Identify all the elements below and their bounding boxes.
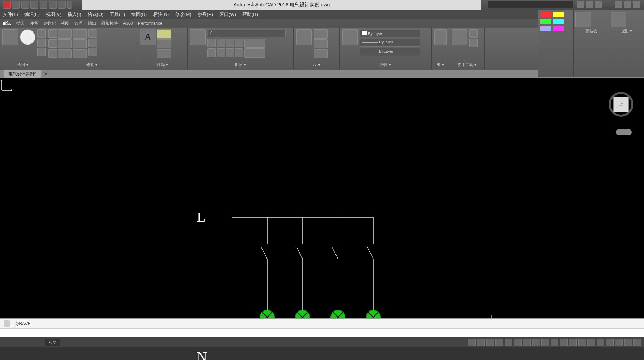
tab-a360[interactable]: A360 [123,21,133,26]
layer-b4-icon[interactable] [235,48,243,57]
close-icon[interactable] [633,1,640,8]
tab-view[interactable]: 视图 [61,21,69,27]
menu-param[interactable]: 参数(P) [198,11,213,18]
cycling-icon[interactable] [541,339,549,346]
layer-b2-icon[interactable] [217,48,225,57]
cmd-toggle-icon[interactable] [4,320,10,327]
color-magenta[interactable] [553,26,564,31]
menu-edit[interactable]: 编辑(E) [24,11,40,18]
save-icon[interactable] [30,1,38,9]
color-yellow[interactable] [553,12,564,17]
panel-modify-title[interactable]: 修改 ▾ [48,62,136,68]
line-icon[interactable] [2,29,18,45]
panel-layer-title[interactable]: 图层 ▾ [190,62,291,68]
fillet-icon[interactable] [73,39,87,48]
minimize-icon[interactable] [615,1,622,8]
base-view-icon[interactable] [611,12,626,27]
anno-icon[interactable] [551,339,558,346]
explode-icon[interactable] [88,39,97,47]
tab-default[interactable]: 默认 [3,21,11,27]
layerfrz-icon[interactable] [226,39,234,47]
snap-icon[interactable] [477,339,485,346]
mirror-icon[interactable] [58,39,72,48]
otrack-icon[interactable] [514,339,522,346]
quickprops-icon[interactable] [587,339,595,346]
qat-dropdown-icon[interactable] [67,1,72,9]
lwt-icon[interactable] [523,339,531,346]
rotate-icon[interactable] [58,29,72,39]
panel-prop-title[interactable]: 特性 ▾ [342,62,429,68]
arc-icon[interactable] [37,29,46,38]
rect-icon[interactable] [37,39,46,47]
tab-output[interactable]: 输出 [88,21,96,27]
offset-icon[interactable] [88,48,97,56]
tab-insert[interactable]: 插入 [16,21,25,27]
layermatch-icon[interactable] [244,39,265,48]
menu-modify[interactable]: 修改(M) [175,11,191,18]
stretch-icon[interactable] [48,49,57,58]
ortho-icon[interactable] [486,339,494,346]
help-icon[interactable] [595,1,602,8]
exchange-icon[interactable] [586,1,593,8]
undo-icon[interactable] [40,1,47,9]
panel-group-title[interactable]: 组 ▾ [434,62,447,68]
circle-icon[interactable] [20,29,35,45]
viewcube[interactable]: 上 [609,92,633,117]
panel-util-title[interactable]: 实用工具 ▾ [452,62,482,68]
app-menu-icon[interactable] [3,1,11,9]
print-icon[interactable] [58,1,66,9]
workspace-icon[interactable] [560,339,568,346]
isolate-icon[interactable] [606,339,614,346]
viewcube-face[interactable]: 上 [613,97,629,112]
tab-perf[interactable]: Performance [138,21,162,26]
table-icon[interactable] [157,49,171,58]
cleanscreen-icon[interactable] [624,339,632,346]
layeroff-icon[interactable] [217,39,225,47]
customize-icon[interactable] [633,339,641,346]
layer-dropdown[interactable]: 0 [208,30,286,37]
color-green[interactable] [540,19,551,24]
color-dropdown[interactable]: ByLayer [360,30,420,37]
hatch-icon[interactable] [37,48,46,56]
menu-view[interactable]: 视图(V) [46,11,61,18]
navbar-icon[interactable] [616,129,632,135]
signin-icon[interactable] [577,1,584,8]
color-blue[interactable] [540,26,551,31]
menu-format[interactable]: 格式(O) [88,11,104,18]
layeriso-icon[interactable] [207,39,216,47]
tab-annot[interactable]: 注释 [30,21,38,27]
paste-icon[interactable] [575,12,591,27]
text-icon[interactable]: A [140,29,156,45]
insert-block-icon[interactable] [296,29,312,45]
lineweight-dropdown[interactable]: ———— ByLayer [360,39,420,47]
osnap-icon[interactable] [505,339,512,346]
model-tab[interactable]: 模型 [45,339,60,346]
menu-window[interactable]: 窗口(W) [219,11,236,18]
menu-file[interactable]: 文件(F) [3,11,18,18]
create-block-icon[interactable] [314,29,328,39]
matchprop-icon[interactable] [342,29,358,45]
layerprops-icon[interactable] [190,29,206,45]
annomon-icon[interactable] [569,339,577,346]
open-icon[interactable] [21,1,29,9]
tab-param[interactable]: 参数化 [43,21,56,27]
dim-icon[interactable] [157,29,171,39]
move-icon[interactable] [48,29,57,38]
color-red[interactable] [540,12,551,17]
lockui-icon[interactable] [597,339,604,346]
hw-icon[interactable] [615,339,623,346]
tab-manage[interactable]: 管理 [74,21,83,27]
erase-icon[interactable] [88,29,97,38]
menu-insert[interactable]: 插入(I) [68,11,81,18]
util1-icon[interactable] [469,29,478,38]
edit-block-icon[interactable] [314,39,328,48]
panel-draw-title[interactable]: 绘图 ▾ [2,62,44,68]
menu-help[interactable]: 帮助(H) [242,11,258,18]
edit-attr-icon[interactable] [314,49,328,58]
polar-icon[interactable] [495,339,503,346]
layerstate-icon[interactable] [244,48,265,58]
linetype-dropdown[interactable]: ———— ByLayer [360,48,420,56]
grid-icon[interactable] [468,339,476,346]
transparency-icon[interactable] [532,339,540,346]
group-icon[interactable] [434,29,447,45]
